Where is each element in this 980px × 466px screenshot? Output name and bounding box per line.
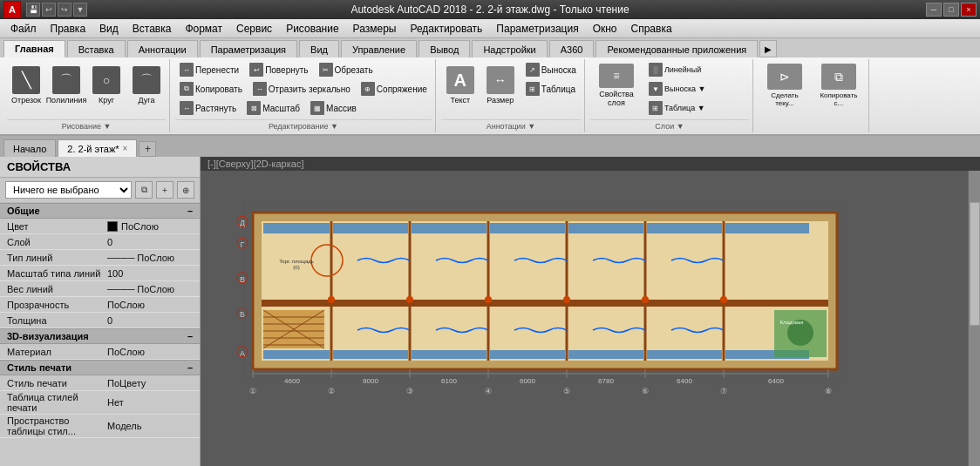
- copy-current-icon: ⧉: [821, 64, 856, 90]
- svg-rect-28: [568, 350, 643, 359]
- btn-dimension[interactable]: ↔ Размер: [481, 61, 520, 110]
- svg-rect-25: [333, 350, 408, 359]
- menu-draw[interactable]: Рисование: [279, 19, 345, 38]
- tab-recommended[interactable]: Рекомендованные приложения: [595, 40, 758, 57]
- menu-format[interactable]: Формат: [178, 19, 229, 38]
- btn-table[interactable]: ⊞ Таблица: [521, 80, 581, 98]
- scale-icon: ⊠: [247, 101, 261, 115]
- btn-array[interactable]: ▦ Массив: [306, 99, 361, 117]
- btn-line[interactable]: ╲ Отрезок: [7, 61, 45, 110]
- draw-group-label: Рисование ▼: [7, 119, 166, 131]
- section-general: Общие –: [0, 203, 200, 219]
- menu-edit[interactable]: Правка: [44, 19, 93, 38]
- btn-copy[interactable]: ⧉ Копировать: [175, 80, 247, 98]
- svg-text:Кладовая: Кладовая: [780, 320, 804, 325]
- btn-copy-current[interactable]: ⧉ Копировать с...: [813, 61, 865, 110]
- btn-text[interactable]: A Текст: [441, 61, 480, 110]
- btn-arc[interactable]: ⌒ Дуга: [127, 61, 166, 110]
- circle-icon: ○: [92, 66, 120, 94]
- svg-text:6400: 6400: [677, 377, 692, 385]
- svg-rect-23: [725, 223, 809, 233]
- quick-save-btn[interactable]: 💾: [26, 3, 40, 17]
- menu-insert[interactable]: Вставка: [126, 19, 179, 38]
- close-btn[interactable]: ×: [961, 3, 977, 17]
- tab-annotations[interactable]: Аннотации: [127, 40, 198, 57]
- svg-rect-3: [262, 221, 828, 361]
- canvas-header: [-][Сверху][2D-каркас]: [201, 157, 980, 171]
- prop-print-style: Стиль печати ПоЦвету: [0, 375, 200, 391]
- prop-linetype: Тип линий ──── ПоСлою: [0, 250, 200, 266]
- rotate-icon: ↩: [249, 63, 263, 77]
- btn-fillet[interactable]: ⊕ Сопряжение: [357, 80, 432, 98]
- menu-modify[interactable]: Редактировать: [403, 19, 489, 38]
- prop-lineweight: Вес линий ──── ПоСлою: [0, 281, 200, 297]
- props-btn2[interactable]: +: [156, 181, 174, 199]
- scrollbar-vertical[interactable]: [968, 171, 980, 466]
- stretch-icon: ↔: [180, 101, 194, 115]
- btn-circle[interactable]: ○ Круг: [87, 61, 126, 110]
- menu-view[interactable]: Вид: [92, 19, 126, 38]
- btn-move[interactable]: ↔ Перенести: [175, 61, 243, 78]
- menu-bar: Файл Правка Вид Вставка Формат Сервис Ри…: [0, 19, 980, 38]
- prop-print-space: Пространство таблицы стил... Модель: [0, 415, 200, 438]
- tab-insert[interactable]: Вставка: [67, 40, 126, 57]
- current-buttons: ⊳ Сделать теку... ⧉ Копировать с...: [759, 61, 865, 131]
- btn-layer-dropdown[interactable]: ▼ Выноска ▼: [644, 80, 749, 98]
- ribbon: ╲ Отрезок ⌒ Полилиния ○ Круг ⌒ Дуга Рисо…: [0, 57, 980, 136]
- props-btn1[interactable]: ⧉: [135, 181, 153, 199]
- menu-help[interactable]: Справка: [624, 19, 679, 38]
- props-btn3[interactable]: ⊕: [177, 181, 194, 199]
- svg-rect-21: [568, 223, 643, 233]
- tab-a360[interactable]: А360: [549, 40, 595, 57]
- layer-table-icon: ⊞: [649, 101, 663, 115]
- btn-scale[interactable]: ⊠ Масштаб: [242, 99, 304, 117]
- quick-access-btn[interactable]: ▼: [73, 3, 87, 17]
- btn-layer-select[interactable]: ░ Линейный: [644, 61, 749, 78]
- tab-view[interactable]: Вид: [299, 40, 339, 57]
- btn-trim[interactable]: ✂ Обрезать: [315, 61, 378, 78]
- svg-point-43: [485, 296, 492, 303]
- minimize-btn[interactable]: ─: [926, 3, 942, 17]
- prop-color: Цвет ПоСлою: [0, 219, 200, 234]
- tab-start[interactable]: Начало: [3, 139, 56, 157]
- btn-stretch[interactable]: ↔ Растянуть: [175, 99, 241, 117]
- annotation-group-label: Аннотации ▼: [441, 119, 581, 131]
- svg-text:⑤: ⑤: [563, 387, 570, 395]
- menu-file[interactable]: Файл: [3, 19, 44, 38]
- btn-polyline[interactable]: ⌒ Полилиния: [47, 61, 85, 110]
- btn-layer-props[interactable]: ≡ Свойства слоя: [590, 61, 643, 110]
- ribbon-group-layers: ≡ Свойства слоя ░ Линейный ▼ Выноска ▼ ⊞…: [587, 59, 753, 132]
- btn-layer-table[interactable]: ⊞ Таблица ▼: [644, 99, 749, 117]
- prop-linetype-scale: Масштаб типа линий 100: [0, 266, 200, 281]
- btn-leader[interactable]: ↗ Выноска: [521, 61, 581, 78]
- section-3d: 3D-визуализация –: [0, 328, 200, 344]
- prop-transparency: Прозрачность ПоСлою: [0, 297, 200, 313]
- menu-dimensions[interactable]: Размеры: [346, 19, 404, 38]
- array-icon: ▦: [310, 101, 324, 115]
- undo-btn[interactable]: ↩: [42, 3, 56, 17]
- svg-rect-24: [263, 350, 330, 359]
- layer-dropdown-icon: ▼: [649, 82, 663, 96]
- btn-rotate[interactable]: ↩ Повернуть: [245, 61, 312, 78]
- redo-btn[interactable]: ↪: [58, 3, 71, 17]
- tab-home[interactable]: Главная: [3, 40, 65, 57]
- canvas-content[interactable]: 4600 9000 6100 6000 6780 6400 6400 ① ② ③…: [201, 171, 980, 466]
- tab-output[interactable]: Вывод: [419, 40, 470, 57]
- properties-select[interactable]: Ничего не выбрано: [5, 181, 132, 199]
- menu-service[interactable]: Сервис: [229, 19, 279, 38]
- maximize-btn[interactable]: □: [943, 3, 959, 17]
- tab-parametrize[interactable]: Параметризация: [200, 40, 297, 57]
- svg-text:4600: 4600: [284, 377, 300, 385]
- ribbon-extra-btn[interactable]: ▶: [759, 40, 777, 57]
- tab-addons[interactable]: Надстройки: [472, 40, 547, 57]
- tab-manage[interactable]: Управление: [341, 40, 417, 57]
- btn-make-current[interactable]: ⊳ Сделать теку...: [759, 61, 811, 110]
- scrollbar-thumb-v[interactable]: [970, 202, 980, 326]
- tab-close-btn[interactable]: ×: [123, 144, 128, 153]
- tab-floor2[interactable]: 2. 2-й этаж* ×: [58, 139, 137, 157]
- line-icon: ╲: [12, 66, 40, 94]
- menu-window[interactable]: Окно: [586, 19, 624, 38]
- tab-add-btn[interactable]: +: [139, 141, 156, 157]
- btn-mirror[interactable]: ↔ Отразить зеркально: [248, 80, 355, 98]
- menu-parametrize[interactable]: Параметризация: [489, 19, 585, 38]
